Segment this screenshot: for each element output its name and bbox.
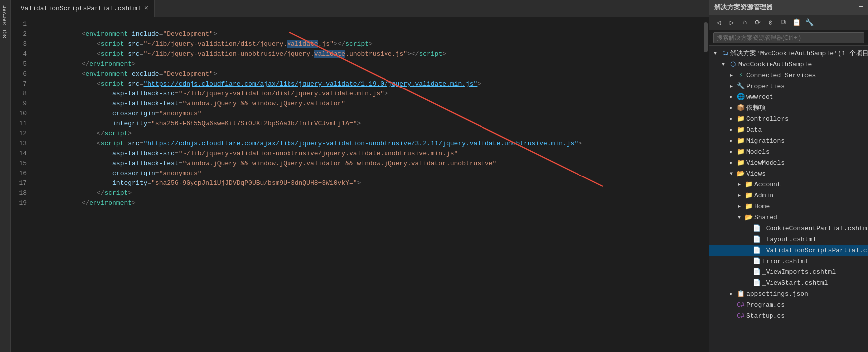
toolbar-home-button[interactable]: ⌂ [739,17,750,28]
account-label: Account [754,181,781,188]
tree-item-admin[interactable]: ▶ 📁 Admin [709,190,868,201]
tree-item-validation-scripts[interactable]: 📄 _ValidationScriptsPartial.cshtml [709,245,868,256]
connected-services-arrow: ▶ [727,72,735,78]
sidebar-label-server[interactable]: SQL Server 数据库资源管理器 [0,0,10,40]
solution-explorer-collapse-button[interactable]: − [858,3,863,12]
connected-services-label: Connected Services [746,72,816,79]
home-label: Home [754,203,770,210]
layout-label: _Layout.cshtml [762,236,816,243]
tree-item-project[interactable]: ▼ ⬡ MvcCookieAuthSample [709,59,868,70]
startup-cs-icon: C# [737,312,745,320]
views-folder-icon: 📂 [737,170,745,177]
toolbar-settings-button[interactable]: ⚙ [765,17,776,28]
toolbar-copy-button[interactable]: ⧉ [778,17,789,28]
left-sidebar: SQL Server 数据库资源管理器 [0,0,11,352]
tree-item-viewimports[interactable]: 📄 _ViewImports.cshtml [709,266,868,277]
tree-item-controllers[interactable]: ▶ 📁 Controllers [709,113,868,124]
solution-arrow: ▼ [711,51,719,56]
account-folder-icon: 📁 [745,180,753,188]
tree-item-viewmodels[interactable]: ▶ 📁 ViewModels [709,157,868,168]
editor-tab[interactable]: _ValidationScriptsPartial.cshtml × [11,0,155,17]
tree-item-wwwroot[interactable]: ▶ 🌐 wwwroot [709,91,868,102]
toolbar-sync-button[interactable]: ⟳ [752,17,763,28]
models-folder-icon: 📁 [737,148,745,156]
viewstart-label: _ViewStart.cshtml [762,279,828,287]
tree-item-solution[interactable]: ▼ 🗂 解决方案'MvcCookieAuthSample'(1 个项目) [709,48,868,59]
models-arrow: ▶ [727,149,735,155]
home-arrow: ▶ [735,203,743,209]
tree-item-error[interactable]: 📄 Error.cshtml [709,256,868,266]
toolbar-paste-button[interactable]: 📋 [791,17,802,28]
wwwroot-icon: 🌐 [737,93,745,101]
solution-explorer-header: 解决方案资源管理器 − [709,0,868,15]
tree-item-models[interactable]: ▶ 📁 Models [709,146,868,157]
error-label: Error.cshtml [762,258,809,265]
tree-item-viewstart[interactable]: 📄 _ViewStart.cshtml [709,277,868,288]
properties-folder-icon: 🔧 [737,82,745,90]
solution-explorer-toolbar: ◁ ▷ ⌂ ⟳ ⚙ ⧉ 📋 🔧 [709,15,868,30]
admin-folder-icon: 📁 [745,191,753,199]
data-label: Data [746,126,762,134]
shared-label: Shared [754,214,777,221]
cookie-consent-label: _CookieConsentPartial.cshtml [762,225,868,232]
controllers-folder-icon: 📁 [737,115,745,123]
program-cs-icon: C# [737,301,745,309]
project-arrow: ▼ [719,62,727,67]
migrations-arrow: ▶ [727,138,735,144]
solution-explorer-title: 解决方案资源管理器 [714,3,772,12]
tree-item-home[interactable]: ▶ 📁 Home [709,201,868,212]
viewimports-label: _ViewImports.cshtml [762,268,836,276]
solution-explorer-search-input[interactable] [713,32,864,43]
validation-scripts-label: _ValidationScriptsPartial.cshtml [762,247,868,254]
connected-services-icon: ⚡ [737,71,745,79]
wwwroot-label: wwwroot [746,93,773,101]
tree-item-dependencies[interactable]: ▶ 📦 依赖项 [709,102,868,113]
dependencies-arrow: ▶ [727,105,735,111]
code-line-1: <environment include="Development"> [31,19,703,29]
error-file-icon: 📄 [753,257,761,265]
line-numbers: 12345 678910 1112131415 16171819 [11,17,31,352]
tree-item-cookie-consent[interactable]: 📄 _CookieConsentPartial.cshtml [709,223,868,234]
code-content[interactable]: <environment include="Development"> <scr… [31,17,703,352]
viewmodels-folder-icon: 📁 [737,159,745,167]
data-arrow: ▶ [727,127,735,133]
tree-item-data[interactable]: ▶ 📁 Data [709,124,868,135]
appsettings-json-icon: 📋 [737,290,745,298]
views-label: Views [746,170,766,177]
tree-item-account[interactable]: ▶ 📁 Account [709,179,868,190]
tab-close-button[interactable]: × [144,4,148,12]
scrollbar-thumb[interactable] [704,22,708,52]
migrations-label: Migrations [746,137,785,145]
toolbar-back-button[interactable]: ◁ [713,17,724,28]
data-folder-icon: 📁 [737,126,745,134]
solution-explorer-panel: 解决方案资源管理器 − ◁ ▷ ⌂ ⟳ ⚙ ⧉ 📋 🔧 ▼ 🗂 解决方案'Mvc… [709,0,868,352]
tree-item-startup[interactable]: C# Startup.cs [709,310,868,321]
program-label: Program.cs [746,301,785,309]
dependencies-label: 依赖项 [746,103,766,112]
admin-label: Admin [754,192,773,199]
shared-arrow: ▼ [735,215,743,220]
toolbar-properties-button[interactable]: 🔧 [804,17,815,28]
tree-item-connected-services[interactable]: ▶ ⚡ Connected Services [709,70,868,81]
tab-bar: _ValidationScriptsPartial.cshtml × [11,0,709,17]
shared-folder-icon: 📂 [745,213,753,221]
tree-item-migrations[interactable]: ▶ 📁 Migrations [709,135,868,146]
appsettings-arrow: ▶ [727,291,735,297]
tree-item-program[interactable]: C# Program.cs [709,299,868,310]
properties-arrow: ▶ [727,83,735,89]
viewimports-file-icon: 📄 [753,268,761,276]
tree-item-appsettings[interactable]: ▶ 📋 appsettings.json [709,288,868,299]
account-arrow: ▶ [735,181,743,187]
dependencies-icon: 📦 [737,104,745,112]
startup-label: Startup.cs [746,312,785,320]
tree-item-layout[interactable]: 📄 _Layout.cshtml [709,234,868,245]
toolbar-forward-button[interactable]: ▷ [726,17,737,28]
editor-scrollbar[interactable] [703,17,709,352]
tree-item-properties[interactable]: ▶ 🔧 Properties [709,81,868,91]
cookie-consent-file-icon: 📄 [753,224,761,232]
layout-file-icon: 📄 [753,235,761,243]
tree-item-views[interactable]: ▼ 📂 Views [709,168,868,179]
appsettings-label: appsettings.json [746,290,808,298]
wwwroot-arrow: ▶ [727,94,735,100]
tree-item-shared[interactable]: ▼ 📂 Shared [709,212,868,223]
